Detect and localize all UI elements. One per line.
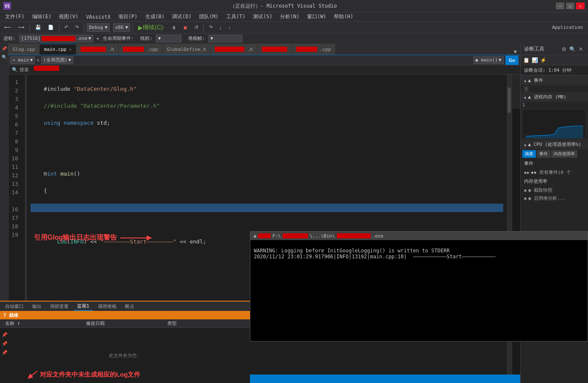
stack-label: 堆栈帧: — [188, 35, 205, 42]
process-dropdown[interactable]: [17516] .exe ▼ — [19, 35, 93, 42]
menu-debug[interactable]: 调试(D) — [169, 12, 195, 21]
bottom-panel: 自动窗口 输出 局部变量 监视1 调用堆栈 断点 7 就绪 名称 ⬆ 修改日期 … — [0, 301, 250, 383]
sidebar-search-icon[interactable]: 🔍 — [1, 53, 8, 60]
menu-file[interactable]: 文件(F) — [2, 12, 28, 21]
menu-project[interactable]: 项目(P) — [115, 12, 141, 21]
bottom-tab-callstack[interactable]: 调用堆栈 — [94, 302, 120, 310]
tab-summary[interactable]: 摘要 — [522, 150, 536, 158]
menu-team[interactable]: 团队(M) — [196, 12, 222, 21]
toolbar: ⟵ ⟶ 💾 📄 ↶ ↷ Debug ▼ x86 ▼ ▶ 继续(C)· ⏸ ⏹ ↺… — [0, 21, 588, 33]
bottom-tab-locals[interactable]: 局部变量 — [47, 302, 72, 310]
pin2[interactable]: 📌 — [2, 341, 8, 347]
tab-redacted5[interactable]: .cpp — [292, 44, 336, 55]
sep3 — [84, 24, 84, 31]
menu-window[interactable]: 窗口(W) — [304, 12, 330, 21]
tab-events[interactable]: 事件 — [537, 150, 550, 158]
minimize-btn[interactable]: ─ — [556, 3, 564, 9]
app-label: Application — [552, 25, 586, 30]
snapshot-item[interactable]: ◉ ◉ 截取快照 — [521, 186, 588, 194]
maximize-btn[interactable]: □ — [566, 3, 574, 9]
events-label-section: 事件 — [521, 159, 588, 168]
console-line2: 2020/11/12 23:01:29.917906|INFO|13192|ma… — [254, 254, 496, 260]
menu-tools[interactable]: 工具(T) — [223, 12, 249, 21]
tab-redacted4[interactable] — [258, 44, 292, 55]
memory-arrow: ▲ — [524, 95, 526, 99]
step-over-btn[interactable]: ↷ — [206, 23, 215, 32]
sidebar-pin-icon[interactable]: 📌 — [1, 45, 8, 52]
bottom-tab-watch[interactable]: 监视1 — [74, 302, 93, 311]
menu-vassistx[interactable]: VAssistX — [83, 13, 114, 21]
close-btn[interactable]: ✕ — [576, 3, 585, 9]
watch-content: 📌 📌 📌 此文件夹为空。 — [0, 328, 250, 383]
analyze-item[interactable]: ◉ ◉ 启用堆分析... — [521, 194, 588, 202]
pin1[interactable]: 📌 — [2, 332, 8, 338]
code-line-2: //#include "DataCenter/Parameter.h" — [31, 102, 503, 110]
stop-btn[interactable]: ⏹ — [180, 23, 190, 32]
events-section-header[interactable]: ▲ ▲ 事件 — [521, 75, 588, 85]
config-dropdown[interactable]: Debug ▼ — [87, 23, 110, 32]
back-btn[interactable]: ⟵ — [2, 23, 14, 32]
nav-middle-dropdown[interactable]: (全局范围) ▼ — [41, 56, 73, 64]
diag-close-btn[interactable]: ✕ — [577, 45, 585, 53]
tab-redacted1[interactable]: .h — [76, 44, 119, 55]
nav-bar: → main ▼ ⇅ (全局范围) ▼ ◉ main() ▼ Go — [8, 55, 520, 65]
step-into-btn[interactable]: ↓ — [217, 23, 225, 32]
diag-zoom-btn[interactable]: 🔍 — [569, 45, 576, 53]
restart-btn[interactable]: ↺ — [192, 23, 201, 32]
bottom-tab-output[interactable]: 输出 — [29, 302, 45, 310]
menu-help[interactable]: 帮助(H) — [330, 12, 357, 21]
pin3[interactable]: 📌 — [2, 350, 8, 355]
diagnostics-title: 诊断工具 — [524, 45, 544, 53]
thread-dropdown[interactable]: ▼ — [156, 35, 181, 42]
diag-tabs: 摘要 事件 内存使用率 — [521, 149, 588, 159]
bottom-tab-auto[interactable]: 自动窗口 — [2, 302, 27, 310]
nav-left-dropdown[interactable]: → main ▼ — [10, 56, 35, 64]
menu-view[interactable]: 视图(V) — [55, 12, 82, 21]
svg-marker-0 — [526, 126, 583, 138]
step-out-btn[interactable]: ↑ — [226, 23, 233, 32]
menu-edit[interactable]: 编辑(E) — [29, 12, 55, 21]
cpu-section-header[interactable]: ▲ ▲ CPU (处理器使用率%) — [521, 140, 588, 149]
bottom-tab-bar: 自动窗口 输出 局部变量 监视1 调用堆栈 断点 — [0, 302, 250, 311]
diag-settings-btn[interactable]: ⚙ — [560, 45, 568, 53]
menu-analyze[interactable]: 分析(N) — [277, 12, 303, 21]
platform-dropdown[interactable]: x86 ▼ — [113, 23, 130, 32]
vs-logo: VS — [3, 2, 11, 10]
menu-test[interactable]: 测试(S) — [250, 12, 276, 21]
console-window: ▣ F:\ \...\Bin\ .exe WARNING: Logging be… — [250, 231, 588, 341]
tab-memory[interactable]: 内存使用率 — [551, 150, 577, 158]
nav-right-dropdown[interactable]: ◉ main() ▼ — [473, 56, 504, 64]
redo-btn[interactable]: ↷ — [72, 23, 81, 32]
tab-redacted2[interactable]: .cpp — [119, 44, 163, 55]
sep4 — [133, 24, 133, 31]
code-line-6: ⊟int main() — [31, 170, 503, 178]
new-file-btn[interactable]: 📄 — [45, 23, 56, 32]
memory-section-header[interactable]: ▲ ▲ 进程内存 (MB) — [521, 92, 588, 102]
tab-main-close[interactable]: ✕ — [69, 47, 72, 52]
save-btn[interactable]: 💾 — [33, 23, 44, 32]
tab-globaldefine[interactable]: GlobalDefine.h — [163, 44, 211, 55]
events-toolbar: Ⅱ — [521, 85, 588, 92]
pause-btn[interactable]: ⏸ — [169, 23, 179, 32]
diag-btn1[interactable]: 📋 — [522, 56, 530, 64]
console-line1: WARNING: Logging before InitGoogleLoggin… — [254, 248, 449, 254]
thread-label: 线程: — [140, 35, 153, 42]
undo-btn[interactable]: ↶ — [62, 23, 71, 32]
continue-btn[interactable]: ▶ 继续(C)· — [136, 23, 167, 32]
tab-overflow-btn[interactable]: ▼ — [510, 49, 520, 55]
tab-redacted3[interactable]: .h — [211, 44, 257, 55]
go-btn[interactable]: Go — [505, 56, 519, 65]
stack-dropdown[interactable]: ▼ — [208, 35, 242, 42]
status-bar: 7 就绪 — [0, 311, 250, 319]
diag-btn2[interactable]: 📊 — [531, 56, 538, 64]
diag-btn3[interactable]: ⚡ — [539, 56, 547, 64]
tab-main[interactable]: main.cpp ✕ — [40, 44, 76, 55]
forward-btn[interactable]: ⟶ — [15, 23, 27, 32]
bottom-tab-breakpoints[interactable]: 断点 — [122, 302, 138, 310]
menu-build[interactable]: 生成(B) — [142, 12, 168, 21]
memory-usage-section: 内存使用率 — [521, 176, 588, 186]
console-path-redacted2 — [283, 233, 308, 238]
code-line-5 — [31, 153, 503, 161]
cpu-arrow: ▲ — [524, 143, 526, 147]
tab-glog[interactable]: Glog.cpp — [8, 44, 40, 55]
